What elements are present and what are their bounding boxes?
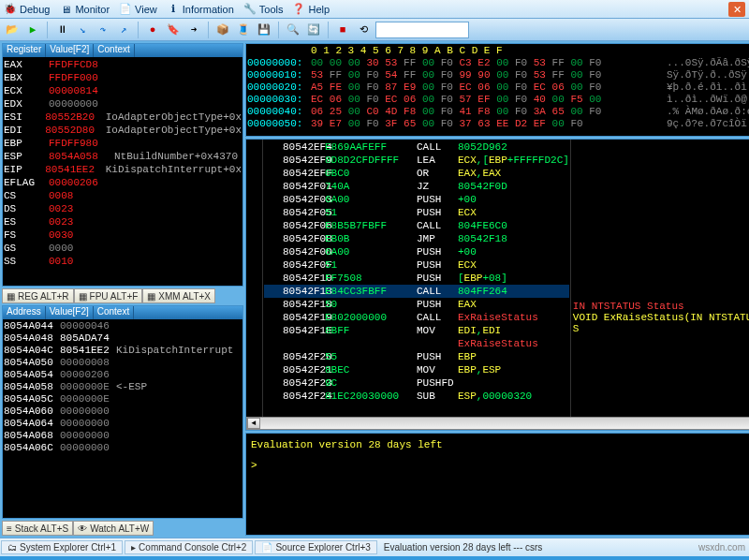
disasm-row[interactable]: 80542F1E8BFFMOVEDI,EDI [264,324,569,337]
register-row[interactable]: DS0023 [4,202,242,215]
register-row[interactable]: EAXFFDFFCD8 [4,58,242,71]
disasm-row[interactable]: 80542F036A00PUSH+00 [264,193,569,206]
register-row[interactable]: GS0000 [4,242,242,255]
tool-thread[interactable]: 🧵 [235,22,252,38]
disasm-row[interactable]: 80542F0551PUSHECX [264,206,569,219]
menu-tools[interactable]: 🔧Tools [243,3,284,16]
disasm-row[interactable]: 80542F0BEB0BJMP80542F18 [264,232,569,245]
hex-row[interactable]: 00000020:A5 FE 00 F0 87 E9 00 F0 EC 06 0… [247,81,749,94]
disasm-row[interactable]: 80542F239CPUSHFD [264,376,569,390]
tool-stop[interactable]: ■ [334,22,351,38]
disasm-row[interactable]: 80542F10FF7508PUSH[EBP+08] [264,272,569,285]
hex-addr: 00000030: [247,94,311,106]
hex-row[interactable]: 00000040:06 25 00 C0 4D F8 00 F0 41 F8 0… [247,106,749,118]
sb-source-explorer[interactable]: 📄Source Explorer Ctrl+3 [255,540,376,554]
disasm-hscroll[interactable]: ◄ ► [246,417,749,430]
disasm-row[interactable]: 80542EF98D8D2CFDFFFFLEAECX,[EBP+FFFFFD2C… [264,154,569,167]
tab-label: XMM ALT+X [158,291,211,302]
tool-run[interactable]: ▶ [24,22,41,38]
menu-monitor[interactable]: 🖥Monitor [59,3,110,16]
reg-value: 0023 [49,202,114,215]
disasm-row[interactable]: 80542EF4E869AAFEFFCALL8052D962 [264,140,569,154]
dis-bytes: EB0B [325,232,417,245]
disasm-body[interactable]: 80542EF4E869AAFEFFCALL8052D96280542EF98D… [263,140,570,417]
scroll-track[interactable] [260,418,749,429]
address-combo[interactable] [375,22,469,38]
stack-row[interactable]: 8054A04400000046 [4,320,242,332]
disasm-row[interactable]: 80542F13E84CC3FBFFCALL804FF264 [264,285,569,298]
disasm-row[interactable]: 80542F2481EC20030000SUBESP,00000320 [264,390,569,403]
menu-debug[interactable]: 🐞Debug [4,3,50,16]
register-row[interactable]: EDI80552D80IoAdapterObjectType+0x [4,124,242,137]
close-button[interactable]: ✕ [728,2,745,17]
tool-restart[interactable]: ⟲ [355,22,372,38]
menu-view[interactable]: 📄View [119,3,157,16]
tool-step-over[interactable]: ↷ [95,22,111,38]
registers-body[interactable]: EAXFFDFFCD8EBXFFDFF000ECX00000814EDX0000… [3,57,242,286]
disasm-row[interactable]: 80542F06E8B5B7FBFFCALL804FE6C0 [264,219,569,232]
stack-row[interactable]: 8054A06C00000000 [4,442,242,454]
tab-reg[interactable]: ▦REG ALT+R [2,288,74,303]
scroll-left-icon[interactable]: ◄ [247,418,260,429]
menu-help[interactable]: ❓Help [292,3,330,16]
disasm-row[interactable]: 80542EFF0BC0OREAX,EAX [264,167,569,180]
tool-open[interactable]: 📂 [4,22,21,38]
tab-fpu[interactable]: ▦FPU ALT+F [74,288,143,303]
register-row[interactable]: EFLAG00000206 [4,176,242,189]
register-row[interactable]: ES0023 [4,215,242,228]
disasm-row[interactable]: 80542F1850PUSHEAX [264,298,569,311]
workspace: Register Value[F2] Context EAXFFDFFCD8EB… [0,41,749,538]
tool-find[interactable]: 🔍 [285,22,301,38]
register-row[interactable]: EIP80541EE2KiDispatchInterrupt+0x [4,163,242,176]
stack-row[interactable]: 8054A0580000000E<-ESP [4,381,242,393]
hex-row[interactable]: 00000010:53 FF 00 F0 54 FF 00 F0 99 90 0… [247,69,749,81]
stack-row[interactable]: 8054A05400000206 [4,369,242,381]
console-prompt[interactable]: > [247,455,749,476]
disasm-row[interactable]: ExRaiseStatus [264,337,569,350]
tool-pause[interactable]: ⏸ [53,22,70,38]
tab-stack[interactable]: ≡Stack ALT+S [2,521,73,536]
tab-watch[interactable]: 👁Watch ALT+W [73,521,154,536]
disasm-row[interactable]: 80542F218BECMOVEBP,ESP [264,363,569,376]
tool-breakpoint[interactable]: ● [144,22,161,38]
stack-body[interactable]: 8054A044000000468054A048805ADA748054A04C… [3,319,242,518]
tool-memory[interactable]: 💾 [256,22,272,38]
tool-goto[interactable]: ➜ [185,22,202,38]
tool-refresh[interactable]: 🔄 [305,22,322,38]
tool-step-out[interactable]: ↗ [115,22,132,38]
register-row[interactable]: ESP8054A058NtBuildNumber+0x4370 [4,150,242,163]
register-row[interactable]: ESI80552B20IoAdapterObjectType+0x [4,111,242,124]
register-row[interactable]: EDX00000000 [4,97,242,111]
register-row[interactable]: SS0010 [4,255,242,268]
menu-label: Debug [20,4,50,15]
stack-row[interactable]: 8054A06000000000 [4,405,242,418]
tool-module[interactable]: 📦 [214,22,231,38]
hexdump-body[interactable]: 0 1 2 3 4 5 6 7 8 9 A B C D E F 00000000… [246,44,749,136]
stack-row[interactable]: 8054A05000000008 [4,357,242,369]
disasm-row[interactable]: 80542F0D6A00PUSH+00 [264,245,569,258]
register-row[interactable]: EBXFFDFF000 [4,71,242,84]
register-row[interactable]: FS0030 [4,228,242,242]
disasm-row[interactable]: 80542F2055PUSHEBP [264,350,569,363]
register-row[interactable]: ECX00000814 [4,84,242,97]
menu-information[interactable]: ℹInformation [167,3,234,16]
console-body[interactable]: Evaluation version 28 days left > [246,434,749,535]
stack-row[interactable]: 8054A04C80541EE2KiDispatchInterrupt [4,345,242,357]
tool-bookmark[interactable]: 🔖 [165,22,182,38]
hex-row[interactable]: 00000000:00 00 00 30 53 FF 00 F0 C3 E2 0… [247,57,749,69]
tool-step-into[interactable]: ↘ [74,22,91,38]
disasm-row[interactable]: 80542F0F51PUSHECX [264,258,569,272]
sb-system-explorer[interactable]: 🗂System Explorer Ctrl+1 [1,540,123,554]
sb-command-console[interactable]: ▸Command Console Ctrl+2 [125,540,253,554]
hex-row[interactable]: 00000030:EC 06 00 F0 EC 06 00 F0 57 EF 0… [247,94,749,106]
hex-row[interactable]: 00000050:39 E7 00 F0 3F 65 00 F0 37 63 E… [247,118,749,130]
register-row[interactable]: EBPFFDFF980 [4,137,242,150]
disasm-row[interactable]: 80542F01740AJZ80542F0D [264,180,569,193]
stack-row[interactable]: 8054A06400000000 [4,418,242,430]
tab-xmm[interactable]: ▦XMM ALT+X [142,288,215,303]
stack-row[interactable]: 8054A048805ADA74 [4,332,242,345]
stack-row[interactable]: 8054A05C0000000E [4,393,242,405]
register-row[interactable]: CS0008 [4,189,242,202]
stack-row[interactable]: 8054A06800000000 [4,430,242,442]
disasm-row[interactable]: 80542F19E802000000CALLExRaiseStatus [264,311,569,324]
